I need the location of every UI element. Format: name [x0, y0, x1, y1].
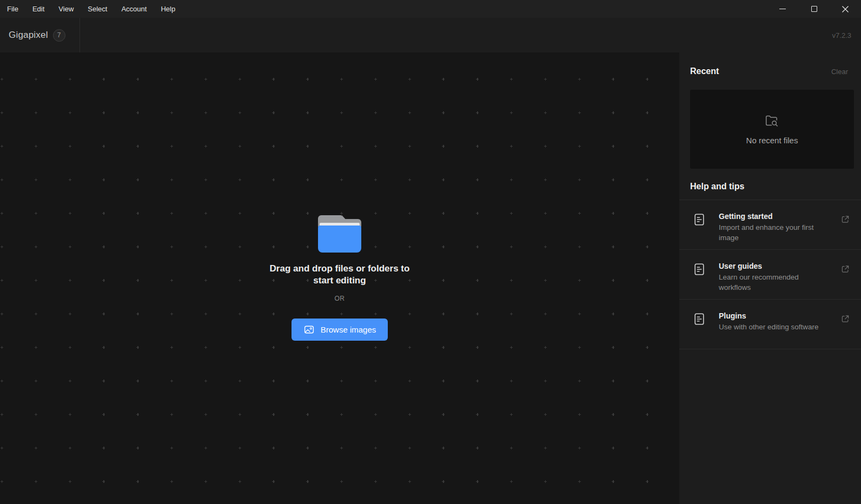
- help-item-getting-started[interactable]: Getting started Import and enhance your …: [679, 200, 861, 250]
- minimize-icon: [779, 9, 786, 10]
- grid-dot: [136, 145, 139, 148]
- recent-title: Recent: [690, 67, 719, 76]
- grid-dot: [408, 145, 411, 148]
- grid-dot: [35, 380, 37, 382]
- menu-account[interactable]: Account: [114, 0, 154, 18]
- grid-dot: [340, 145, 343, 148]
- help-item-plugins[interactable]: Plugins Use with other editing software: [679, 300, 861, 349]
- grid-dot: [612, 346, 614, 349]
- grid-dot: [340, 413, 343, 416]
- menu-file[interactable]: File: [7, 0, 25, 18]
- grid-dot: [136, 447, 139, 449]
- grid-dot: [204, 178, 207, 181]
- grid-dot: [544, 212, 547, 215]
- grid-dot: [35, 413, 37, 416]
- grid-dot: [374, 346, 377, 349]
- grid-dot: [442, 111, 445, 114]
- menu-view[interactable]: View: [51, 0, 81, 18]
- grid-dot: [476, 178, 479, 181]
- grid-dot: [1, 178, 3, 181]
- grid-dot: [476, 78, 479, 81]
- grid-dot: [170, 447, 173, 449]
- grid-dot: [510, 447, 513, 449]
- version-badge: 7: [53, 29, 65, 42]
- grid-dot: [1, 346, 3, 349]
- grid-dot: [340, 480, 343, 483]
- clear-recent-button[interactable]: Clear: [831, 68, 848, 76]
- grid-dot: [612, 111, 614, 114]
- minimize-button[interactable]: [767, 0, 798, 18]
- grid-dot: [544, 447, 547, 449]
- grid-dot: [102, 78, 105, 81]
- grid-dot: [170, 346, 173, 349]
- grid-dot: [306, 78, 309, 81]
- grid-dot: [272, 145, 275, 148]
- grid-dot: [170, 78, 173, 81]
- grid-dot: [204, 78, 207, 81]
- grid-dot: [578, 380, 581, 382]
- help-item-user-guides[interactable]: User guides Learn our recommended workfl…: [679, 250, 861, 300]
- grid-dot: [69, 78, 71, 81]
- grid-dot: [136, 111, 139, 114]
- grid-dot: [102, 413, 105, 416]
- browse-images-button[interactable]: Browse images: [292, 319, 388, 341]
- grid-dot: [1, 145, 3, 148]
- close-icon: [842, 5, 849, 13]
- grid-dot: [442, 413, 445, 416]
- editor-canvas[interactable]: Drag and drop files or folders to start …: [0, 52, 679, 504]
- grid-dot: [136, 380, 139, 382]
- grid-dot: [646, 346, 648, 349]
- grid-dot: [544, 178, 547, 181]
- grid-dot: [340, 178, 343, 181]
- grid-dot: [442, 346, 445, 349]
- grid-dot: [272, 111, 275, 114]
- help-item-title: Getting started: [719, 212, 840, 221]
- external-link-icon: [840, 264, 850, 274]
- grid-dot: [239, 145, 241, 148]
- grid-dot: [35, 78, 37, 81]
- grid-dot: [102, 111, 105, 114]
- menu-help[interactable]: Help: [154, 0, 182, 18]
- grid-dot: [1, 413, 3, 416]
- grid-dot: [136, 178, 139, 181]
- grid-dot: [35, 212, 37, 215]
- grid-dot: [442, 447, 445, 449]
- grid-dot: [612, 380, 614, 382]
- grid-dot: [306, 413, 309, 416]
- no-recent-files-label: No recent files: [746, 136, 798, 145]
- grid-dot: [544, 413, 547, 416]
- grid-dot: [612, 78, 614, 81]
- grid-dot: [102, 178, 105, 181]
- dropzone[interactable]: Drag and drop files or folders to start …: [0, 215, 679, 341]
- grid-dot: [272, 413, 275, 416]
- grid-dot: [136, 480, 139, 483]
- grid-dot: [272, 480, 275, 483]
- grid-dot: [272, 212, 275, 215]
- help-item-text: Getting started Import and enhance your …: [719, 200, 840, 249]
- menu-edit[interactable]: Edit: [25, 0, 51, 18]
- maximize-button[interactable]: [798, 0, 830, 18]
- grid-dot: [578, 413, 581, 416]
- help-item-description: Learn our recommended workflows: [719, 273, 825, 293]
- grid-dot: [204, 212, 207, 215]
- grid-dot: [374, 212, 377, 215]
- grid-dot: [578, 480, 581, 483]
- grid-dot: [69, 111, 71, 114]
- grid-dot: [340, 380, 343, 382]
- grid-dot: [578, 346, 581, 349]
- menu-select[interactable]: Select: [81, 0, 114, 18]
- grid-dot: [170, 145, 173, 148]
- grid-dot: [578, 447, 581, 449]
- grid-dot: [69, 413, 71, 416]
- grid-dot: [510, 145, 513, 148]
- grid-dot: [136, 212, 139, 215]
- grid-dot: [136, 78, 139, 81]
- close-button[interactable]: [830, 0, 861, 18]
- grid-dot: [646, 178, 648, 181]
- grid-dot: [578, 212, 581, 215]
- grid-dot: [239, 380, 241, 382]
- grid-dot: [408, 212, 411, 215]
- grid-dot: [204, 380, 207, 382]
- grid-dot: [408, 447, 411, 449]
- grid-dot: [646, 413, 648, 416]
